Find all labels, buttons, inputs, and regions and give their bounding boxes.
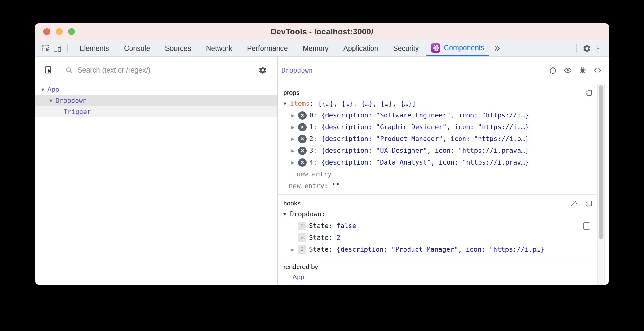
kebab-menu-icon[interactable] [592,40,603,56]
delete-item-icon[interactable]: × [298,123,307,131]
expand-caret-icon[interactable]: ▶ [291,247,298,252]
array-item-row: ▶ × 2: {description: "Product Manager", … [283,133,594,145]
expand-caret-icon[interactable]: ▶ [291,137,298,141]
inspect-element-icon[interactable] [41,40,52,56]
boolean-toggle-checkbox[interactable] [583,222,590,230]
tabbar-divider [67,44,68,53]
array-index: 3: [309,147,317,154]
new-entry-array-row[interactable]: new entry [283,168,594,180]
suspend-timer-icon[interactable] [549,66,557,74]
hook-state-value[interactable]: {description: "Product Manager", icon: "… [337,246,544,253]
tree-settings-gear-icon[interactable] [257,66,268,74]
tree-item-dropdown[interactable]: ▼ Dropdown [35,95,277,106]
parse-hook-names-wand-icon[interactable] [570,200,578,207]
delete-item-icon[interactable]: × [298,158,307,167]
array-item-value[interactable]: {description: "Graphic Designer", icon: … [321,123,529,131]
prop-key: items [290,100,310,107]
array-item-row: ▶ × 0: {description: "Software Engineer"… [283,109,594,121]
hook-index-badge: 3 [298,245,306,254]
copy-hooks-icon[interactable] [585,200,593,207]
expand-caret-icon[interactable]: ▶ [291,125,298,130]
rendered-by-section: rendered by App [278,258,597,284]
tab-elements[interactable]: Elements [72,40,117,56]
titlebar: DevTools - localhost:3000/ [35,23,609,40]
tab-console[interactable]: Console [117,40,157,56]
toolbar-divider2 [252,63,252,77]
zoom-window-button[interactable] [68,28,75,35]
react-logo-icon [431,43,440,53]
hook-index-badge: 2 [298,233,306,242]
delete-item-icon[interactable]: × [298,111,307,120]
settings-gear-icon[interactable] [581,40,592,56]
tab-network[interactable]: Network [199,40,240,56]
hook-group-row[interactable]: ▼ Dropdown: [283,208,594,220]
delete-item-icon[interactable]: × [298,147,307,155]
expand-caret-icon[interactable]: ▶ [291,160,298,165]
tab-sources[interactable]: Sources [157,40,198,56]
props-section-title: props [283,89,300,96]
expand-caret-icon[interactable]: ▶ [291,148,298,153]
collapse-caret-icon[interactable]: ▼ [41,87,47,92]
prop-value-preview: [{…}, {…}, {…}, {…}, {…}] [318,100,416,107]
collapse-caret-icon[interactable]: ▼ [283,101,290,106]
debug-bug-icon[interactable] [579,66,587,74]
owner-link-app[interactable]: App [293,273,304,281]
vertical-scrollbar[interactable] [597,84,605,285]
select-element-icon[interactable] [42,66,55,74]
hook-index-badge: 1 [298,222,306,230]
array-item-value[interactable]: {description: "Product Manager", icon: "… [321,135,529,143]
components-panel: ▼ App ▼ Dropdown Trigger Dropdown [35,57,609,285]
array-item-value[interactable]: {description: "UX Designer", icon: "http… [321,147,529,154]
devtools-tabbar: Elements Console Sources Network Perform… [35,40,609,57]
close-window-button[interactable] [43,28,50,35]
tree-item-app[interactable]: ▼ App [35,84,277,95]
inspect-dom-eye-icon[interactable] [564,66,572,74]
collapse-caret-icon[interactable]: ▼ [283,212,290,217]
props-section: props ▼ items: [{…}, {…}, {…}, {…}, {…}] [278,84,597,195]
hook-state-value[interactable]: 2 [337,234,341,241]
array-item-value[interactable]: {description: "Data Analyst", icon: "htt… [321,159,529,166]
array-item-row: ▶ × 3: {description: "UX Designer", icon… [283,145,594,157]
minimize-window-button[interactable] [56,28,63,35]
hooks-section: hooks ▼ Dropdown: [278,195,597,258]
devtools-window: DevTools - localhost:3000/ Elements Cons… [35,23,609,285]
tab-components[interactable]: Components [426,40,489,56]
expand-caret-icon[interactable]: ▶ [291,113,298,118]
tree-toolbar [35,57,277,84]
tab-performance[interactable]: Performance [240,40,295,56]
tabbar-right-divider [576,44,577,53]
inspected-component-name: Dropdown [281,67,313,74]
hook-state-row: ▶ 3 State: {description: "Product Manage… [283,244,594,255]
hook-state-value[interactable]: false [337,222,356,230]
props-items-row[interactable]: ▼ items: [{…}, {…}, {…}, {…}, {…}] [283,98,594,109]
component-tree: ▼ App ▼ Dropdown Trigger [35,84,277,285]
tabbar-right-controls [572,40,609,56]
array-index: 4: [309,159,317,166]
rendered-by-title: rendered by [283,263,318,271]
collapse-caret-icon[interactable]: ▼ [49,99,55,103]
scrollbar-thumb[interactable] [599,85,603,239]
hook-state-row: 2 State: 2 [283,232,594,244]
device-toolbar-icon[interactable] [52,40,63,56]
search-input[interactable] [77,66,247,74]
search-icon [65,66,73,74]
copy-props-icon[interactable] [585,89,593,97]
toolbar-divider [60,63,60,77]
array-index: 0: [309,112,317,119]
tab-memory[interactable]: Memory [295,40,336,56]
new-entry-root-row[interactable]: new entry: "" [283,180,594,192]
tab-application[interactable]: Application [336,40,386,56]
array-index: 2: [309,135,317,143]
view-source-brackets-icon[interactable] [593,66,602,74]
tab-security[interactable]: Security [386,40,426,56]
tree-item-trigger[interactable]: Trigger [35,106,277,117]
window-title: DevTools - localhost:3000/ [271,27,373,37]
inspected-element-panel: Dropdown [278,57,609,285]
array-item-row: ▶ × 1: {description: "Graphic Designer",… [283,121,594,133]
more-tabs-icon[interactable] [489,40,505,56]
inspected-body: props ▼ items: [{…}, {…}, {…}, {…}, {…}] [278,84,609,285]
delete-item-icon[interactable]: × [298,135,307,143]
hooks-section-title: hooks [283,200,301,207]
array-item-value[interactable]: {description: "Software Engineer", icon:… [321,112,529,119]
array-index: 1: [309,123,317,131]
